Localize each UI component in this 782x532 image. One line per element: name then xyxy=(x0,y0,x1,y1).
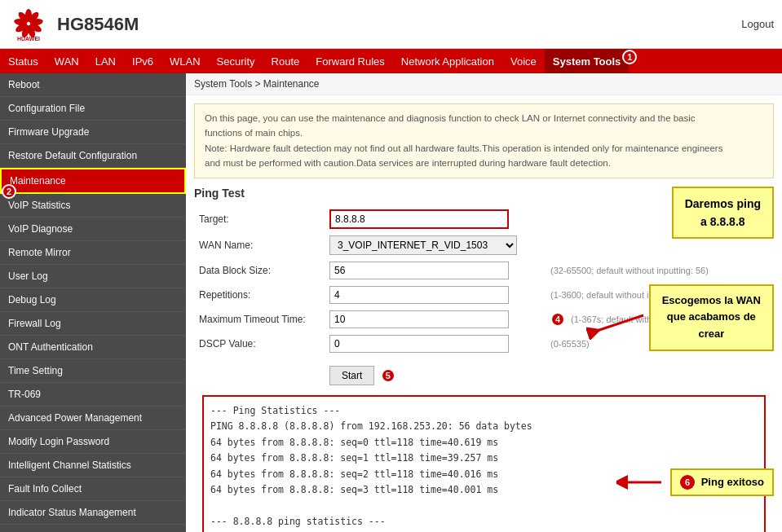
wan-name-cell: 3_VOIP_INTERNET_R_VID_1503 WAN_1 WAN_2 xyxy=(325,232,546,258)
sidebar-item-reboot[interactable]: Reboot xyxy=(0,73,186,97)
badge-5: 5 xyxy=(381,368,395,383)
sidebar-item-voip-diagnose[interactable]: VoIP Diagnose xyxy=(0,218,186,241)
ping-callout: Daremos pinga 8.8.8.8 xyxy=(672,187,774,240)
sidebar-item-remote-mirror[interactable]: Remote Mirror xyxy=(0,241,186,265)
nav-ipv6[interactable]: IPv6 xyxy=(124,49,161,73)
nav-status[interactable]: Status xyxy=(0,49,46,73)
svg-text:HUAWEI: HUAWEI xyxy=(17,36,40,42)
timeout-input[interactable] xyxy=(329,310,509,328)
sidebar: Reboot Configuration File Firmware Upgra… xyxy=(0,73,186,532)
nav-system-tools[interactable]: System Tools xyxy=(545,49,630,73)
start-button[interactable]: Start xyxy=(329,366,374,385)
repetitions-cell xyxy=(325,283,546,307)
sidebar-item-tr069[interactable]: TR-069 xyxy=(0,383,186,407)
ping-output-wrapper: --- Ping Statistics --- PING 8.8.8.8 (8.… xyxy=(194,395,774,532)
target-input[interactable] xyxy=(329,209,509,229)
sidebar-item-power-mgmt[interactable]: Advanced Power Management xyxy=(0,407,186,430)
arrow-6 xyxy=(616,474,665,490)
sidebar-item-oss-notice[interactable]: Open Source Software Notice xyxy=(0,525,186,532)
content-area: System Tools > Maintenance On this page,… xyxy=(186,73,782,532)
nav-lan[interactable]: LAN xyxy=(87,49,124,73)
sidebar-item-user-log[interactable]: User Log xyxy=(0,265,186,288)
sidebar-item-login-pwd[interactable]: Modify Login Password xyxy=(0,430,186,454)
sidebar-item-voip-stats[interactable]: VoIP Statistics xyxy=(0,194,186,218)
sidebar-item-restore[interactable]: Restore Default Configuration xyxy=(0,144,186,168)
sidebar-item-firewall-log[interactable]: Firewall Log xyxy=(0,312,186,336)
ping-success-annotation: 6 Ping exitoso xyxy=(616,468,774,496)
dscp-input[interactable] xyxy=(329,335,509,353)
dscp-label: DSCP Value: xyxy=(194,332,325,356)
repetitions-label: Repetitions: xyxy=(194,283,325,307)
sidebar-item-ont-auth[interactable]: ONT Authentication xyxy=(0,336,186,359)
nav-wan[interactable]: WAN xyxy=(46,49,87,73)
device-name: HG8546M xyxy=(57,14,139,35)
nav-security[interactable]: Security xyxy=(209,49,263,73)
ping-success-callout: 6 Ping exitoso xyxy=(670,468,774,496)
badge-2: 2 xyxy=(2,184,16,199)
nav-route[interactable]: Route xyxy=(263,49,308,73)
badge-1: 1 xyxy=(622,50,637,64)
target-label: Target: xyxy=(194,206,325,232)
dscp-cell xyxy=(325,332,546,356)
breadcrumb: System Tools > Maintenance xyxy=(186,73,782,95)
nav-network-application[interactable]: Network Application xyxy=(393,49,502,73)
sidebar-item-indicator-status[interactable]: Indicator Status Management xyxy=(0,501,186,525)
data-block-input[interactable] xyxy=(329,262,509,279)
sidebar-item-maintenance[interactable]: Maintenance xyxy=(0,168,186,194)
badge-6-inline: 6 xyxy=(680,475,695,490)
sidebar-item-config-file[interactable]: Configuration File xyxy=(0,97,186,121)
data-block-label: Data Block Size: xyxy=(194,258,325,283)
ping-output: --- Ping Statistics --- PING 8.8.8.8 (8.… xyxy=(202,395,766,532)
sidebar-item-time-setting[interactable]: Time Setting xyxy=(0,359,186,383)
sidebar-item-fault-info[interactable]: Fault Info Collect xyxy=(0,477,186,501)
sidebar-item-channel-stats[interactable]: Intelligent Channel Statistics xyxy=(0,454,186,477)
wan-callout: Escogemos la WANque acabamos decrear xyxy=(649,284,774,351)
data-block-hint: (32-65500; default without inputting: 56… xyxy=(546,258,744,283)
huawei-logo: HUAWEI xyxy=(8,6,49,42)
sidebar-item-firmware[interactable]: Firmware Upgrade xyxy=(0,121,186,144)
main-layout: Reboot Configuration File Firmware Upgra… xyxy=(0,73,782,532)
data-block-cell xyxy=(325,258,546,283)
nav-wlan[interactable]: WLAN xyxy=(161,49,209,73)
header: HUAWEI HG8546M Logout xyxy=(0,0,782,49)
sidebar-item-debug-log[interactable]: Debug Log xyxy=(0,288,186,312)
wan-name-label: WAN Name: xyxy=(194,232,325,258)
timeout-label: Maximum Timeout Time: xyxy=(194,307,325,332)
nav-voice[interactable]: Voice xyxy=(502,49,545,73)
info-box: On this page, you can use the maintenanc… xyxy=(194,103,774,178)
logo-area: HUAWEI HG8546M xyxy=(8,6,139,42)
timeout-cell xyxy=(325,307,546,332)
nav-forward-rules[interactable]: Forward Rules xyxy=(307,49,393,73)
repetitions-input[interactable] xyxy=(329,286,509,304)
badge-4: 4 xyxy=(550,312,565,327)
target-input-cell xyxy=(325,206,546,232)
start-row: Start 5 xyxy=(194,356,774,389)
logout-button[interactable]: Logout xyxy=(741,18,774,30)
data-block-row: Data Block Size: (32-65500; default with… xyxy=(194,258,774,283)
nav-bar: Status WAN LAN IPv6 WLAN Security Route … xyxy=(0,49,782,73)
wan-name-select[interactable]: 3_VOIP_INTERNET_R_VID_1503 WAN_1 WAN_2 xyxy=(329,235,517,255)
ping-test-container: Ping Test Target: 3 WAN N xyxy=(186,187,782,532)
